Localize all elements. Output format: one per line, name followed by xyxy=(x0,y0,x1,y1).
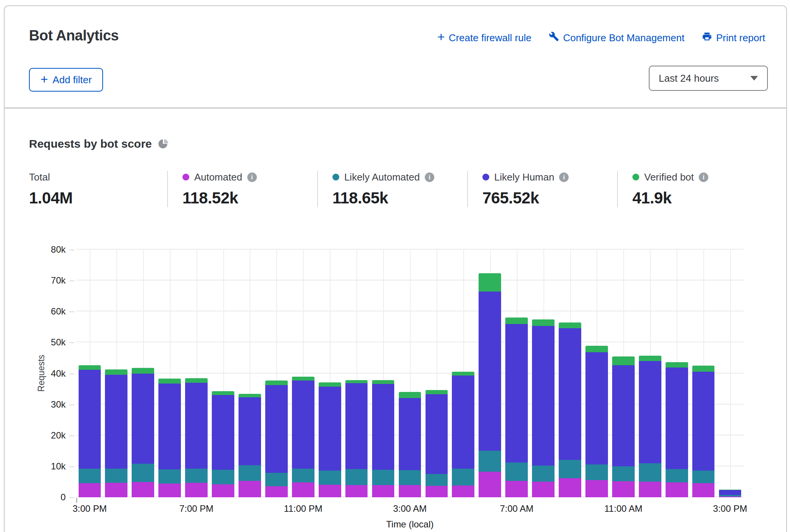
y-tick-mark xyxy=(69,435,74,436)
y-tick-label: 70k xyxy=(5,275,66,286)
x-tick-label: 7:00 PM xyxy=(179,503,213,514)
stat-verified-bot: Verified bot i 41.9k xyxy=(617,171,767,207)
bar-segment-likely-automated xyxy=(79,469,101,483)
stat-total: Total 1.04M xyxy=(29,171,167,207)
bar-segment-automated xyxy=(479,472,501,497)
bar-segment-likely-human xyxy=(319,387,341,471)
bar-column xyxy=(183,250,210,497)
info-icon[interactable]: i xyxy=(425,172,434,182)
y-tick-label: 0 xyxy=(5,492,66,503)
x-tick-label: 11:00 AM xyxy=(605,503,643,514)
print-report-label: Print report xyxy=(716,32,765,44)
info-icon[interactable]: i xyxy=(559,172,569,182)
info-icon[interactable]: i xyxy=(699,172,708,182)
bar-column xyxy=(583,250,610,497)
plus-icon: + xyxy=(437,32,445,42)
bar-segment-likely-human xyxy=(345,383,368,469)
add-filter-button[interactable]: + Add filter xyxy=(29,68,103,92)
bar-segment-likely-human xyxy=(612,365,635,466)
y-tick-label: 30k xyxy=(5,399,66,410)
bar-segment-likely-automated xyxy=(505,463,528,481)
bar-segment-likely-automated xyxy=(212,470,234,484)
pie-chart-icon xyxy=(158,139,169,149)
configure-bot-management-link[interactable]: Configure Bot Management xyxy=(549,31,684,44)
stat-automated-value: 118.52k xyxy=(182,189,317,207)
bar-segment-verified-bot xyxy=(105,369,127,375)
bar-column xyxy=(103,250,130,497)
page-title: Bot Analytics xyxy=(29,27,119,44)
bar-segment-likely-automated xyxy=(185,469,208,483)
print-report-link[interactable]: Print report xyxy=(702,31,765,44)
bar-segment-verified-bot xyxy=(452,372,474,376)
bar-segment-likely-automated xyxy=(612,466,635,481)
bar-segment-likely-human xyxy=(585,352,608,464)
stat-total-label: Total xyxy=(29,171,50,183)
y-tick-mark xyxy=(69,342,74,343)
bar-segment-likely-human xyxy=(692,372,715,471)
bar-segment-verified-bot xyxy=(158,379,181,384)
bar-segment-likely-automated xyxy=(559,460,581,478)
bar-segment-automated xyxy=(105,483,127,497)
automated-dot xyxy=(182,174,189,181)
bar-segment-automated xyxy=(585,480,608,497)
bar-segment-likely-automated xyxy=(399,470,421,485)
stat-likely-automated-value: 118.65k xyxy=(332,189,467,207)
bar-segment-automated xyxy=(212,484,234,497)
y-tick-label: 80k xyxy=(5,244,66,255)
bar-segment-likely-automated xyxy=(105,469,127,483)
bar-segment-likely-human xyxy=(212,395,234,470)
bar-segment-verified-bot xyxy=(319,382,341,387)
bar-segment-automated xyxy=(719,497,742,497)
create-firewall-rule-label: Create firewall rule xyxy=(449,32,532,44)
bar-segment-automated xyxy=(265,486,288,497)
bar-segment-likely-human xyxy=(532,326,555,466)
card-header: Bot Analytics + Create firewall rule Con… xyxy=(5,6,786,108)
bar-segment-verified-bot xyxy=(372,380,395,384)
bar-column xyxy=(610,250,637,497)
bar-column xyxy=(503,250,530,497)
header-actions: + Create firewall rule Configure Bot Man… xyxy=(437,31,765,44)
bar-segment-likely-automated xyxy=(292,469,314,483)
bar-segment-verified-bot xyxy=(399,392,421,398)
section-title-row: Requests by bot score xyxy=(29,137,169,150)
bar-segment-automated xyxy=(532,482,555,497)
likely-human-dot xyxy=(482,174,489,181)
bar-segment-automated xyxy=(399,485,421,497)
bar-segment-automated xyxy=(612,481,635,497)
bar-column xyxy=(637,250,663,497)
printer-icon xyxy=(702,31,712,44)
bar-segment-verified-bot xyxy=(265,380,288,385)
bar-segment-likely-automated xyxy=(585,464,608,480)
bar-column xyxy=(316,250,343,497)
time-range-value: Last 24 hours xyxy=(659,73,719,84)
bar-segment-likely-human xyxy=(666,368,688,469)
bar-segment-verified-bot xyxy=(185,378,208,383)
bar-column xyxy=(450,250,477,497)
bar-segment-likely-automated xyxy=(426,474,448,486)
bar-segment-likely-human xyxy=(505,324,528,463)
create-firewall-rule-link[interactable]: + Create firewall rule xyxy=(437,32,532,44)
configure-bot-management-label: Configure Bot Management xyxy=(563,32,684,44)
plus-icon: + xyxy=(40,74,48,84)
y-tick-mark xyxy=(69,497,74,498)
stat-likely-automated-label: Likely Automated xyxy=(344,171,420,183)
bar-segment-likely-automated xyxy=(265,473,288,486)
bar-column xyxy=(423,250,450,497)
bar-segment-likely-human xyxy=(452,376,474,469)
bar-segment-verified-bot xyxy=(692,366,715,371)
bar-segment-likely-human xyxy=(426,394,448,474)
bar-segment-likely-automated xyxy=(132,464,154,482)
bar-segment-verified-bot xyxy=(212,391,234,395)
bar-segment-likely-human xyxy=(372,384,395,470)
bar-column xyxy=(690,250,717,497)
bar-segment-likely-human xyxy=(239,397,261,465)
y-tick-mark xyxy=(69,405,74,405)
bar-segment-likely-human xyxy=(479,292,501,451)
bar-segment-likely-automated xyxy=(666,469,688,482)
time-range-dropdown[interactable]: Last 24 hours xyxy=(649,66,768,91)
x-tick-label: 3:00 PM xyxy=(73,503,106,514)
bar-segment-verified-bot xyxy=(666,362,688,368)
x-tick-label: 11:00 PM xyxy=(284,503,322,514)
bar-segment-likely-automated xyxy=(345,469,368,485)
info-icon[interactable]: i xyxy=(247,172,257,182)
